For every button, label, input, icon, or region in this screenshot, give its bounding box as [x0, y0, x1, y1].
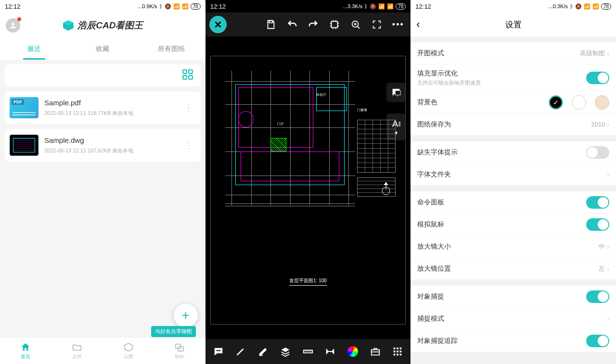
file-row[interactable]: Sample.dwg 2022-05-13 12:11 107.62KB 来自本…: [5, 129, 201, 162]
svg-rect-25: [400, 354, 402, 356]
fab-add-button[interactable]: +: [174, 303, 198, 327]
wifi-icon: 📶: [182, 3, 189, 10]
setting-cmd-panel[interactable]: 命令面板: [411, 191, 616, 213]
color-white[interactable]: [572, 95, 586, 110]
battery-icon: 78: [396, 3, 406, 10]
signal-icon: 📶: [173, 3, 180, 10]
tabs: 最近 收藏 所有图纸: [0, 38, 205, 60]
signal-icon: 📶: [378, 3, 385, 10]
file-more-icon[interactable]: ⋮: [181, 102, 196, 113]
setting-track[interactable]: 对象捕捉追踪: [411, 330, 616, 352]
pencil-icon[interactable]: [233, 344, 248, 359]
svg-rect-21: [397, 351, 398, 352]
layers-icon[interactable]: [278, 344, 293, 359]
toolbox-icon[interactable]: [368, 344, 383, 359]
signal-icon: 📶: [584, 3, 590, 10]
tab-recent[interactable]: 最近: [0, 38, 68, 60]
setting-snap-mode[interactable]: 捕捉模式 ›: [411, 308, 616, 330]
comment-tool-icon[interactable]: [211, 344, 226, 359]
file-name: Sample.dwg: [44, 136, 176, 144]
svg-rect-14: [216, 350, 220, 351]
toggle-cmd-panel[interactable]: [586, 196, 609, 209]
color-wheel-icon[interactable]: [346, 344, 360, 359]
zoom-icon[interactable]: [347, 16, 364, 33]
svg-rect-22: [400, 351, 402, 352]
cad-canvas[interactable]: ▼ 休息厅 门厅: [205, 37, 411, 339]
dwg-thumb-icon: [10, 135, 38, 156]
fit-screen-icon[interactable]: [326, 16, 343, 33]
wifi-icon: 📶: [387, 3, 394, 10]
dimension-icon[interactable]: [323, 344, 337, 359]
more-icon[interactable]: •••: [389, 16, 407, 33]
svg-rect-4: [189, 70, 192, 74]
tab-all[interactable]: 所有图纸: [137, 38, 205, 60]
drawing-title: 首层平面图1: 100: [289, 277, 327, 286]
app-header: 浩辰CAD看图王: [0, 13, 205, 38]
status-time: 12:12: [5, 3, 21, 10]
bg-color-choices: [549, 95, 609, 110]
screen-file-list: 12:12 ...0.9K/s ᛒ 🔕 📶 📶 78 浩辰CAD看图王 最近 收…: [0, 0, 205, 364]
chevron-right-icon: ›: [607, 315, 609, 323]
settings-header: ‹ 设置: [411, 13, 616, 37]
screen-settings: 12:12 ...0.3K/s ᛒ 🔕 📶 📶 78 ‹ 设置 开图模式 高级制…: [411, 0, 616, 364]
nav-cloud[interactable]: 云图: [103, 338, 154, 364]
setting-fill-opt[interactable]: 填充显示优化 关闭后可能会影响开图速度: [411, 64, 616, 91]
avatar[interactable]: [6, 18, 20, 33]
bottom-toolbar: [205, 339, 411, 364]
nav-files[interactable]: 文件: [51, 338, 103, 364]
setting-open-mode[interactable]: 开图模式 高级制图 ›: [411, 42, 616, 64]
svg-rect-18: [397, 348, 398, 350]
nav-collab[interactable]: 协作: [154, 338, 205, 364]
view-toggle-bar: [5, 64, 201, 87]
setting-mag-pos[interactable]: 放大镜位置 左 ›: [411, 258, 616, 280]
svg-rect-10: [270, 21, 273, 23]
file-info: Sample.pdf 2022-05-13 12:11 118.77KB 来自本…: [44, 99, 176, 117]
status-bar: 12:12 ...0.9K/s ᛒ 🔕 📶 📶 78: [0, 0, 205, 13]
bluetooth-icon: ᛒ: [570, 3, 573, 9]
redo-icon[interactable]: [305, 16, 322, 33]
status-net: ...0.9K/s: [138, 3, 157, 9]
pdf-thumb-icon: [10, 97, 38, 118]
setting-font-folder[interactable]: 字体文件夹 ›: [411, 163, 616, 186]
toggle-fill-opt[interactable]: [586, 72, 609, 84]
file-meta: 2022-05-13 12:11 118.77KB 来自本地: [44, 110, 176, 117]
toggle-sim-mouse[interactable]: [586, 218, 609, 231]
toggle-missing-font[interactable]: [586, 146, 609, 159]
page-title: 设置: [505, 19, 522, 30]
status-bar: 12:12 ...0.3K/s ᛒ 🔕 📶 📶 78: [411, 0, 616, 13]
color-beige[interactable]: [595, 95, 609, 110]
nav-home[interactable]: 首页: [0, 338, 51, 364]
chevron-right-icon: ›: [607, 50, 609, 57]
setting-sim-mouse[interactable]: 模拟鼠标: [411, 213, 616, 236]
status-right: ...3.3K/s ᛒ 🔕 📶 📶 78: [343, 3, 406, 10]
fullscreen-icon[interactable]: [368, 16, 385, 33]
undo-icon[interactable]: [283, 16, 301, 33]
setting-missing-font[interactable]: 缺失字体提示: [411, 141, 616, 163]
tab-favorite[interactable]: 收藏: [68, 38, 137, 60]
grid-menu-icon[interactable]: [390, 344, 405, 359]
wifi-icon: 📶: [592, 3, 599, 10]
back-icon[interactable]: ‹: [416, 18, 420, 31]
close-button[interactable]: [209, 16, 227, 33]
file-row[interactable]: Sample.pdf 2022-05-13 12:11 118.77KB 来自本…: [5, 91, 201, 124]
settings-list[interactable]: 开图模式 高级制图 › 填充显示优化 关闭后可能会影响开图速度 背景色 图纸保存…: [411, 37, 616, 364]
svg-rect-17: [394, 348, 396, 350]
file-info: Sample.dwg 2022-05-13 12:11 107.62KB 来自本…: [44, 136, 176, 154]
edit-icon[interactable]: [256, 344, 270, 359]
toggle-track[interactable]: [586, 335, 609, 347]
setting-save-as[interactable]: 图纸保存为 2010 ›: [411, 113, 616, 136]
logo-icon: [62, 19, 75, 32]
drawing-frame: 休息厅 门厅 首层平面图1: 100 门窗表: [210, 56, 406, 325]
save-icon[interactable]: [262, 16, 280, 33]
grid-view-icon[interactable]: [181, 68, 194, 83]
setting-mag-size[interactable]: 放大镜大小 中 ›: [411, 236, 616, 258]
svg-point-0: [12, 23, 14, 25]
color-black[interactable]: [549, 95, 563, 110]
file-more-icon[interactable]: ⋮: [181, 140, 196, 151]
toggle-obj-snap[interactable]: [586, 290, 609, 303]
bell-mute-icon: 🔕: [575, 3, 582, 10]
status-right: ...0.3K/s ᛒ 🔕 📶 📶 78: [548, 3, 611, 10]
measure-icon[interactable]: [301, 344, 315, 359]
setting-obj-snap[interactable]: 对象捕捉: [411, 286, 616, 308]
share-tooltip: 与好友共享聊图: [151, 326, 196, 337]
